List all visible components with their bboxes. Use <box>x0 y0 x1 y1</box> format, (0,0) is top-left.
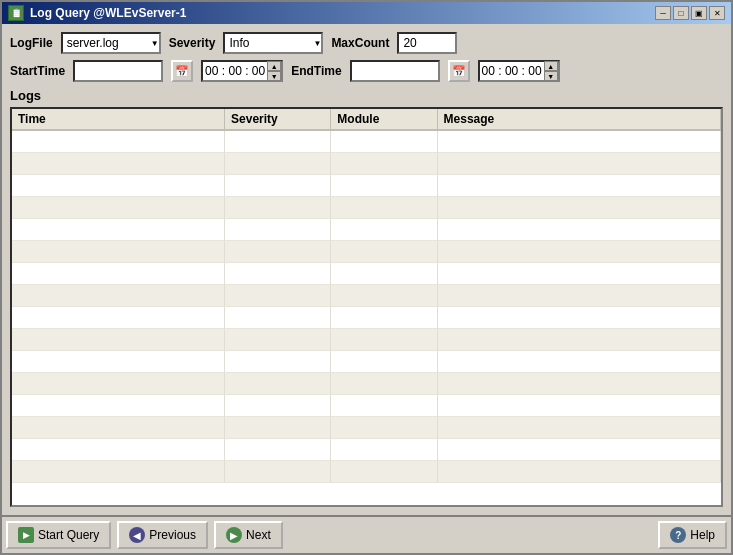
endtime-time-input[interactable] <box>480 61 544 81</box>
table-cell <box>437 438 720 460</box>
starttime-up-button[interactable]: ▲ <box>267 61 281 71</box>
table-cell <box>437 130 720 152</box>
table-cell <box>437 196 720 218</box>
table-row[interactable] <box>12 394 721 416</box>
footer-left-buttons: ▶ Start Query ◀ Previous ▶ Next <box>6 521 283 549</box>
table-cell <box>225 284 331 306</box>
table-row[interactable] <box>12 306 721 328</box>
endtime-date-input[interactable] <box>350 60 440 82</box>
table-cell <box>331 460 437 482</box>
title-bar: 📋 Log Query @WLEvServer-1 ─ □ ▣ ✕ <box>2 2 731 24</box>
help-label: Help <box>690 528 715 542</box>
starttime-spinner-buttons: ▲ ▼ <box>267 61 281 81</box>
table-cell <box>331 306 437 328</box>
table-cell <box>331 328 437 350</box>
table-cell <box>437 262 720 284</box>
table-cell <box>331 262 437 284</box>
table-row[interactable] <box>12 130 721 152</box>
maximize-button[interactable]: □ <box>673 6 689 20</box>
table-cell <box>12 130 225 152</box>
table-row[interactable] <box>12 218 721 240</box>
table-cell <box>225 350 331 372</box>
table-row[interactable] <box>12 240 721 262</box>
table-cell <box>225 460 331 482</box>
starttime-down-button[interactable]: ▼ <box>267 71 281 81</box>
table-row[interactable] <box>12 152 721 174</box>
title-buttons: ─ □ ▣ ✕ <box>655 6 725 20</box>
severity-select[interactable]: Info Warning Error Debug <box>223 32 323 54</box>
maxcount-input[interactable] <box>397 32 457 54</box>
table-cell <box>437 174 720 196</box>
close-button[interactable]: ✕ <box>709 6 725 20</box>
table-row[interactable] <box>12 174 721 196</box>
next-button[interactable]: ▶ Next <box>214 521 283 549</box>
table-cell <box>331 394 437 416</box>
table-row[interactable] <box>12 416 721 438</box>
start-query-button[interactable]: ▶ Start Query <box>6 521 111 549</box>
next-label: Next <box>246 528 271 542</box>
table-row[interactable] <box>12 350 721 372</box>
table-cell <box>225 196 331 218</box>
restore-button[interactable]: ▣ <box>691 6 707 20</box>
help-icon: ? <box>670 527 686 543</box>
table-cell <box>331 438 437 460</box>
previous-button[interactable]: ◀ Previous <box>117 521 208 549</box>
title-bar-left: 📋 Log Query @WLEvServer-1 <box>8 5 186 21</box>
table-row[interactable] <box>12 284 721 306</box>
endtime-up-button[interactable]: ▲ <box>544 61 558 71</box>
table-cell <box>437 460 720 482</box>
table-cell <box>12 262 225 284</box>
table-cell <box>225 438 331 460</box>
form-row-2: StartTime 📅 ▲ ▼ EndTime 📅 ▲ ▼ <box>10 60 723 82</box>
column-header-time: Time <box>12 109 225 130</box>
endtime-calendar-button[interactable]: 📅 <box>448 60 470 82</box>
logfile-select-wrapper: server.log access.log error.log ▼ <box>61 32 161 54</box>
start-query-label: Start Query <box>38 528 99 542</box>
endtime-spinner-buttons: ▲ ▼ <box>544 61 558 81</box>
table-row[interactable] <box>12 460 721 482</box>
table-cell <box>437 240 720 262</box>
table-row[interactable] <box>12 372 721 394</box>
table-cell <box>12 306 225 328</box>
table-cell <box>12 328 225 350</box>
endtime-label: EndTime <box>291 64 341 78</box>
table-cell <box>12 284 225 306</box>
severity-label: Severity <box>169 36 216 50</box>
minimize-button[interactable]: ─ <box>655 6 671 20</box>
table-cell <box>331 284 437 306</box>
table-row[interactable] <box>12 328 721 350</box>
table-row[interactable] <box>12 262 721 284</box>
column-header-module: Module <box>331 109 437 130</box>
table-cell <box>331 218 437 240</box>
logs-section: Logs Time Severity Module Message <box>10 88 723 507</box>
severity-select-wrapper: Info Warning Error Debug ▼ <box>223 32 323 54</box>
table-cell <box>437 350 720 372</box>
table-cell <box>12 372 225 394</box>
table-cell <box>225 152 331 174</box>
column-header-message: Message <box>437 109 720 130</box>
window-icon: 📋 <box>8 5 24 21</box>
logs-table-body <box>12 130 721 482</box>
help-button[interactable]: ? Help <box>658 521 727 549</box>
table-cell <box>331 174 437 196</box>
table-cell <box>225 262 331 284</box>
next-icon: ▶ <box>226 527 242 543</box>
table-cell <box>331 152 437 174</box>
table-cell <box>225 416 331 438</box>
table-cell <box>331 350 437 372</box>
table-cell <box>331 196 437 218</box>
starttime-calendar-button[interactable]: 📅 <box>171 60 193 82</box>
endtime-down-button[interactable]: ▼ <box>544 71 558 81</box>
table-row[interactable] <box>12 196 721 218</box>
starttime-date-input[interactable] <box>73 60 163 82</box>
table-row[interactable] <box>12 438 721 460</box>
logs-table-container: Time Severity Module Message <box>10 107 723 507</box>
table-cell <box>12 174 225 196</box>
form-row-1: LogFile server.log access.log error.log … <box>10 32 723 54</box>
starttime-time-input[interactable] <box>203 61 267 81</box>
logfile-select[interactable]: server.log access.log error.log <box>61 32 161 54</box>
table-cell <box>225 328 331 350</box>
table-cell <box>12 152 225 174</box>
table-cell <box>225 306 331 328</box>
table-cell <box>437 416 720 438</box>
